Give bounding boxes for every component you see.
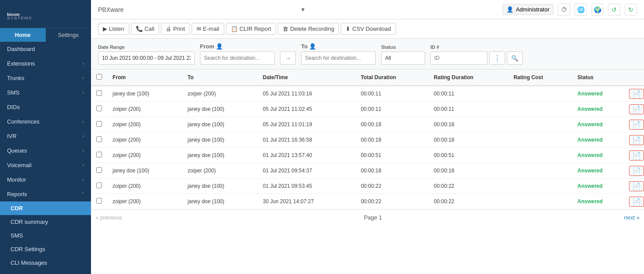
row-checkbox[interactable] <box>96 136 102 142</box>
sidebar-item-voicemail[interactable]: Voicemail › <box>0 158 91 172</box>
chevron-icon: › <box>83 76 84 80</box>
row-detail-button[interactable]: 📄 <box>629 135 644 145</box>
table-row: janey doe (100) zoiper (200) 01 Jul 2021… <box>91 163 644 179</box>
row-detail-button[interactable]: 📄 <box>629 150 644 161</box>
cell-from: janey doe (100) <box>107 86 182 102</box>
sidebar-sub-item-cdr[interactable]: CDR <box>0 201 91 215</box>
sidebar-item-monitor[interactable]: Monitor › <box>0 172 91 187</box>
email-button[interactable]: ✉ E-mail <box>192 23 224 35</box>
date-range-label: Date Range <box>98 44 195 50</box>
sidebar-tabs: Home Settings <box>0 28 91 42</box>
status-label: Status <box>381 44 425 50</box>
sidebar-item-reports[interactable]: Reports ˅ <box>0 187 91 201</box>
sidebar: bicom SYSTEMS Home Settings Dashboard Ex… <box>0 0 91 274</box>
from-search-input[interactable] <box>200 51 275 65</box>
cell-total-duration: 00:00:11 <box>356 86 429 102</box>
to-search-input[interactable] <box>301 51 376 65</box>
row-checkbox[interactable] <box>96 198 102 204</box>
sidebar-sub-item-cdr-settings[interactable]: CDR Settings <box>0 242 91 256</box>
pagination-prev[interactable]: « previous <box>95 214 122 221</box>
status-group: Status All Answered No Answer Busy Faile… <box>381 44 425 65</box>
col-total-duration: Total Duration <box>356 69 429 86</box>
sidebar-item-extensions[interactable]: Extensions › <box>0 56 91 71</box>
pagination-next[interactable]: next » <box>624 214 640 221</box>
call-button[interactable]: 📞 Call <box>131 23 159 35</box>
download-icon: ⬇ <box>346 26 350 32</box>
row-detail-button[interactable]: 📄 <box>629 120 644 130</box>
row-checkbox[interactable] <box>96 183 102 188</box>
status-select[interactable]: All Answered No Answer Busy Failed <box>381 51 425 65</box>
row-detail-button[interactable]: 📄 <box>629 181 644 191</box>
sidebar-item-trunks[interactable]: Trunks › <box>0 71 91 85</box>
cell-from: zoiper (200) <box>107 102 182 117</box>
table-row: janey doe (100) zoiper (200) 05 Jul 2021… <box>91 86 644 102</box>
pagination-page: Page 1 <box>364 214 382 221</box>
row-checkbox-cell <box>91 148 107 163</box>
sidebar-item-ivr[interactable]: IVR › <box>0 129 91 143</box>
sidebar-item-conferences[interactable]: Conferences › <box>0 114 91 129</box>
delete-recording-button[interactable]: 🗑 Delete Recording <box>278 23 339 35</box>
sidebar-sub-item-sms[interactable]: SMS <box>0 229 91 242</box>
row-checkbox[interactable] <box>96 121 102 127</box>
tab-home[interactable]: Home <box>0 28 46 42</box>
sidebar-item-queues[interactable]: Queues › <box>0 143 91 158</box>
swap-arrow-button[interactable]: → <box>280 51 296 65</box>
row-checkbox-cell <box>91 117 107 132</box>
world-icon[interactable]: 🌍 <box>591 4 604 16</box>
cell-to: janey doe (100) <box>182 179 258 194</box>
cell-rating-duration: 00:00:22 <box>429 194 508 209</box>
sidebar-item-sms[interactable]: SMS › <box>0 85 91 100</box>
from-label: From 👤 <box>200 43 275 50</box>
cell-status: Answered <box>572 163 629 179</box>
row-checkbox-cell <box>91 102 107 117</box>
topbar-dropdown-arrow[interactable]: ▼ <box>300 7 502 13</box>
clir-report-button[interactable]: 📋 CLIR Report <box>226 23 276 35</box>
cell-rating-duration: 00:00:11 <box>429 86 508 102</box>
cell-to: janey doe (100) <box>182 132 258 148</box>
cell-status: Answered <box>572 179 629 194</box>
sidebar-sub-item-smtp-log[interactable]: SMTP Log <box>0 270 91 274</box>
to-person-icon: 👤 <box>309 43 316 50</box>
cell-to: janey doe (100) <box>182 148 258 163</box>
sidebar-item-dids[interactable]: DIDs <box>0 100 91 114</box>
row-checkbox[interactable] <box>96 152 102 157</box>
date-range-input[interactable] <box>98 51 195 65</box>
chevron-icon: › <box>83 134 84 139</box>
cell-rating-cost <box>508 117 572 132</box>
row-detail-button[interactable]: 📄 <box>629 89 644 99</box>
cdr-table: From To Date/Time Total Duration Rating … <box>91 69 644 209</box>
sync-icon[interactable]: ↻ <box>625 4 637 16</box>
topbar-title: PBXware <box>98 6 300 13</box>
id-options-button[interactable]: ⋮ <box>489 51 505 65</box>
row-detail-button[interactable]: 📄 <box>629 104 644 114</box>
sidebar-sub-item-cli-messages[interactable]: CLI Messages <box>0 256 91 270</box>
csv-download-button[interactable]: ⬇ CSV Download <box>341 23 396 35</box>
cell-total-duration: 00:00:51 <box>356 148 429 163</box>
topbar-user[interactable]: 👤 Administrator <box>502 4 553 15</box>
tab-settings[interactable]: Settings <box>46 28 91 42</box>
row-checkbox[interactable] <box>96 167 102 173</box>
clock-icon[interactable]: ⏱ <box>558 4 570 16</box>
cell-to: janey doe (100) <box>182 194 258 209</box>
cell-total-duration: 00:00:18 <box>356 132 429 148</box>
row-detail-button[interactable]: 📄 <box>629 166 644 176</box>
select-all-checkbox[interactable] <box>96 74 102 80</box>
row-checkbox[interactable] <box>96 106 102 111</box>
globe-icon[interactable]: 🌐 <box>575 4 587 16</box>
row-action-cell: 📄 <box>629 179 644 194</box>
row-detail-button[interactable]: 📄 <box>629 197 644 207</box>
row-checkbox-cell <box>91 194 107 209</box>
search-button[interactable]: 🔍 <box>507 51 523 65</box>
print-icon: 🖨 <box>166 26 171 32</box>
listen-button[interactable]: ▶ Listen <box>98 23 129 35</box>
refresh-icon[interactable]: ↺ <box>608 4 620 16</box>
print-button[interactable]: 🖨 Print <box>161 23 190 35</box>
id-input[interactable] <box>430 51 488 65</box>
sidebar-item-dashboard[interactable]: Dashboard <box>0 42 91 56</box>
main-content: PBXware ▼ 👤 Administrator ⏱ 🌐 🌍 ↺ ↻ ▶ Li… <box>91 0 644 274</box>
row-checkbox-cell <box>91 179 107 194</box>
cell-datetime: 05 Jul 2021 11:01:19 <box>258 117 356 132</box>
sidebar-sub-item-cdr-summary[interactable]: CDR summary <box>0 215 91 229</box>
row-checkbox[interactable] <box>96 90 102 96</box>
cell-rating-cost <box>508 132 572 148</box>
